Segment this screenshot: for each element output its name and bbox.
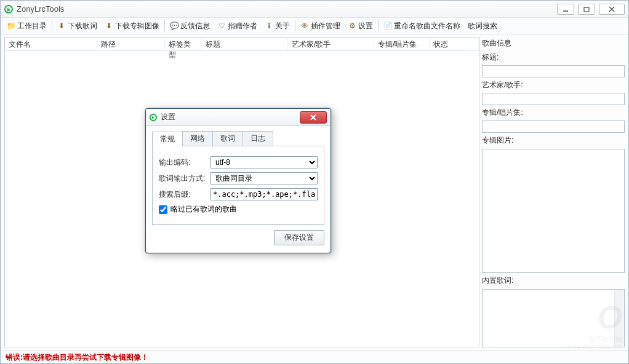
col-album[interactable]: 专辑/唱片集 (374, 38, 430, 50)
dialog-title: 设置 (161, 112, 175, 122)
file-icon: 📄 (383, 22, 392, 30)
tab-lyrics[interactable]: 歌词 (212, 131, 243, 146)
toolbar-workdir[interactable]: 📁 工作目录 (3, 20, 50, 33)
tab-general[interactable]: 常规 (152, 132, 183, 146)
svg-rect-1 (584, 7, 589, 12)
col-tagtype[interactable]: 标签类型 (165, 38, 202, 50)
toolbar-donate[interactable]: ♡ 捐赠作者 (214, 20, 261, 33)
settings-dialog: 设置 常规 网络 歌词 日志 输出编码: utf-8 歌词输出方式 (145, 108, 331, 253)
lyrics-search-label: 歌词搜索 (468, 21, 497, 31)
status-text: 错误:请选择歌曲目录再尝试下载专辑图像！ (6, 353, 148, 362)
main-window: ZonyLrcTools 📁 工作目录 ⬇ 下载歌词 ⬇ 下载专辑图像 (0, 0, 629, 364)
titlebar: ZonyLrcTools (1, 1, 628, 18)
separator (164, 20, 165, 31)
toolbar-label: 捐赠作者 (228, 21, 257, 31)
toolbar-label: 下载歌词 (68, 21, 97, 31)
separator (378, 20, 379, 31)
toolbar-label: 下载专辑图像 (115, 21, 159, 31)
folder-icon: 📁 (7, 22, 15, 30)
suffix-label: 搜索后缀: (159, 189, 207, 200)
lyrics-label: 内置歌词: (482, 275, 625, 286)
info-icon: ℹ (265, 22, 273, 30)
album-art-box (482, 149, 625, 273)
embedded-lyrics-box[interactable] (482, 289, 625, 347)
albumart-label: 专辑图片: (482, 135, 625, 146)
separator (52, 20, 52, 31)
skip-existing-label: 略过已有歌词的歌曲 (170, 204, 237, 215)
toolbar-label: 关于 (275, 21, 290, 31)
toolbar-label: 插件管理 (311, 21, 340, 31)
toolbar-label: 重命名歌曲文件名称 (394, 21, 460, 31)
title-input[interactable] (482, 65, 625, 77)
save-settings-button[interactable]: 保存设置 (274, 230, 324, 245)
info-header: 歌曲信息 (482, 38, 625, 49)
toolbar-download-album[interactable]: ⬇ 下载专辑图像 (101, 20, 163, 33)
list-header: 文件名 路径 标签类型 标题 艺术家/歌手 专辑/唱片集 状态 (5, 38, 479, 51)
info-pane: 歌曲信息 标题: 艺术家/歌手: 专辑/唱片集: 专辑图片: 内置歌词: (482, 37, 625, 347)
skip-existing-row[interactable]: 略过已有歌词的歌曲 (159, 204, 318, 215)
toolbar-rename[interactable]: 📄 重命名歌曲文件名称 (380, 20, 464, 33)
encoding-label: 输出编码: (159, 157, 207, 168)
album-label: 专辑/唱片集: (482, 108, 625, 118)
toolbar-label: 设置 (358, 21, 373, 31)
dialog-body: 常规 网络 歌词 日志 输出编码: utf-8 歌词输出方式: 歌曲同目录 (146, 126, 331, 253)
encoding-select[interactable]: utf-8 (210, 156, 318, 168)
download-icon: ⬇ (57, 22, 66, 30)
gear-icon: ⚙ (348, 22, 356, 30)
tab-log[interactable]: 日志 (242, 131, 273, 146)
toolbar-label: 工作目录 (17, 21, 47, 31)
app-title: ZonyLrcTools (17, 4, 64, 14)
output-select[interactable]: 歌曲同目录 (210, 172, 318, 184)
toolbar-settings[interactable]: ⚙ 设置 (344, 20, 377, 33)
eye-icon: 👁 (300, 22, 309, 30)
chat-icon: 💬 (170, 22, 178, 30)
status-bar: 错误:请选择歌曲目录再尝试下载专辑图像！ (1, 350, 628, 363)
toolbar-plugins[interactable]: 👁 插件管理 (297, 20, 344, 33)
toolbar-label: 反馈信息 (180, 21, 210, 31)
app-icon (4, 5, 13, 14)
col-title[interactable]: 标题 (202, 38, 288, 50)
maximize-button[interactable] (578, 4, 595, 15)
dialog-tabs: 常规 网络 歌词 日志 (152, 131, 324, 146)
toolbar-download-lyrics[interactable]: ⬇ 下载歌词 (54, 20, 101, 33)
minimize-button[interactable] (557, 4, 574, 15)
dialog-actions: 保存设置 (152, 230, 324, 245)
col-artist[interactable]: 艺术家/歌手 (288, 38, 374, 50)
tab-network[interactable]: 网络 (182, 131, 213, 146)
window-controls (557, 4, 625, 15)
dialog-close-button[interactable] (300, 111, 327, 124)
title-label: 标题: (482, 52, 625, 63)
output-label: 歌词输出方式: (159, 173, 207, 184)
col-filename[interactable]: 文件名 (5, 38, 97, 50)
suffix-input[interactable] (210, 188, 318, 200)
close-button[interactable] (599, 4, 625, 15)
app-icon (150, 114, 157, 121)
separator (295, 20, 295, 31)
toolbar-feedback[interactable]: 💬 反馈信息 (166, 20, 214, 33)
tab-panel-general: 输出编码: utf-8 歌词输出方式: 歌曲同目录 搜索后缀: (152, 146, 324, 225)
toolbar-about[interactable]: ℹ 关于 (261, 20, 294, 33)
artist-input[interactable] (482, 93, 625, 105)
scrollbar[interactable] (614, 290, 624, 347)
col-status[interactable]: 状态 (430, 38, 479, 50)
download-icon: ⬇ (105, 22, 113, 30)
dialog-titlebar[interactable]: 设置 (146, 109, 331, 126)
skip-existing-checkbox[interactable] (159, 205, 167, 214)
toolbar: 📁 工作目录 ⬇ 下载歌词 ⬇ 下载专辑图像 💬 反馈信息 ♡ 捐赠作者 ℹ 关… (1, 18, 628, 34)
album-input[interactable] (482, 121, 625, 133)
col-path[interactable]: 路径 (97, 38, 165, 50)
artist-label: 艺术家/歌手: (482, 80, 625, 90)
heart-icon: ♡ (217, 22, 226, 30)
